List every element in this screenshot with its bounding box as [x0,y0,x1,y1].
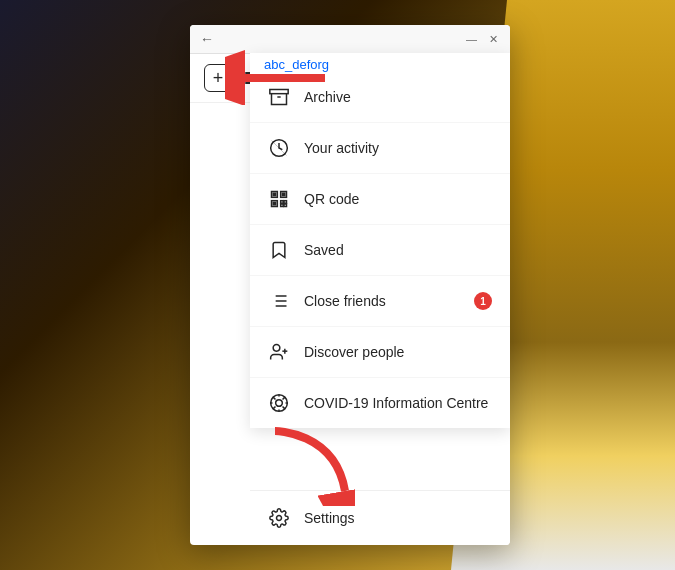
menu-item-your-activity[interactable]: Your activity [250,123,510,174]
saved-label: Saved [304,242,492,258]
svg-rect-11 [273,202,276,205]
minimize-button[interactable]: — [464,33,479,45]
settings-row[interactable]: Settings [250,490,510,545]
discover-people-label: Discover people [304,344,492,360]
close-button[interactable]: ✕ [487,33,500,46]
menu-item-archive[interactable]: Archive [250,72,510,123]
qr-icon [268,188,290,210]
title-bar-controls: — ✕ [464,33,500,46]
title-bar-left: ← [200,31,214,47]
svg-rect-8 [284,204,287,207]
your-activity-label: Your activity [304,140,492,156]
app-window: ← — ✕ + 1 abc_deforg [190,25,510,545]
discover-people-icon [268,341,290,363]
back-button[interactable]: ← [200,31,214,47]
dropdown-menu: abc_deforg Archive Your activit [250,53,510,428]
title-bar: ← — ✕ [190,25,510,54]
settings-icon [268,507,290,529]
menu-item-discover-people[interactable]: Discover people [250,327,510,378]
close-friends-label: Close friends [304,293,460,309]
activity-icon [268,137,290,159]
new-post-button[interactable]: + [204,64,232,92]
menu-item-qr-code[interactable]: QR code [250,174,510,225]
archive-label: Archive [304,89,492,105]
svg-rect-6 [284,201,287,204]
close-friends-badge: 1 [474,292,492,310]
archive-icon [268,86,290,108]
svg-line-23 [273,397,275,399]
covid-label: COVID-19 Information Centre [304,395,492,411]
close-friends-icon [268,290,290,312]
menu-item-close-friends[interactable]: Close friends 1 [250,276,510,327]
menu-item-covid[interactable]: COVID-19 Information Centre [250,378,510,428]
svg-rect-0 [270,90,288,94]
svg-point-31 [277,516,282,521]
svg-rect-10 [282,193,285,196]
svg-line-24 [283,407,285,409]
svg-rect-7 [281,204,284,207]
menu-item-saved[interactable]: Saved [250,225,510,276]
username-link[interactable]: abc_deforg [264,57,329,72]
svg-line-25 [283,397,285,399]
settings-label: Settings [304,510,355,526]
svg-point-18 [273,345,280,352]
qr-code-label: QR code [304,191,492,207]
svg-rect-9 [273,193,276,196]
plus-icon: + [213,68,224,89]
svg-line-26 [273,407,275,409]
username-bar: abc_deforg [250,53,510,72]
svg-point-22 [276,400,283,407]
covid-icon [268,392,290,414]
bookmark-icon [268,239,290,261]
svg-rect-5 [281,201,284,204]
